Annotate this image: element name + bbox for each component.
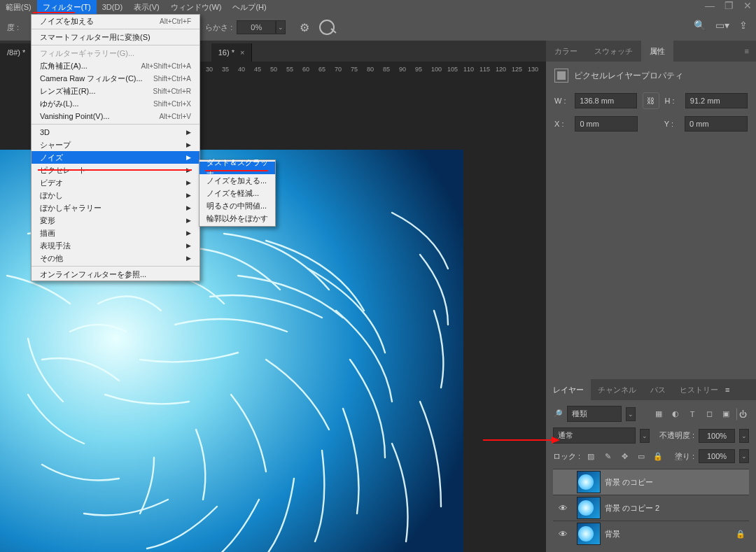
filter-smart-icon[interactable]: ▣: [720, 408, 732, 420]
menu-item-convert-smart[interactable]: スマートフィルター用に変換(S): [31, 31, 200, 43]
menu-item-other[interactable]: その他▶: [31, 252, 200, 264]
menu-item-browse-online[interactable]: オンラインフィルターを参照...: [31, 268, 200, 281]
menu-3d[interactable]: 3D(D): [97, 1, 128, 13]
submenu-item-reduce-noise[interactable]: ノイズを軽減...: [200, 187, 275, 199]
link-wh-icon[interactable]: ⛓: [643, 92, 659, 109]
menu-item-liquify[interactable]: ゆがみ(L)...Shift+Ctrl+X: [31, 97, 200, 110]
tab-color[interactable]: カラー: [546, 41, 586, 62]
layer-thumbnail[interactable]: [577, 523, 601, 545]
opt-label-2: らかさ :: [205, 22, 232, 33]
layer-filter-dropdown[interactable]: 種類: [567, 406, 622, 422]
menu-item-camera-raw[interactable]: Camera Raw フィルター(C)...Shift+Ctrl+A: [31, 72, 200, 85]
menu-item-video[interactable]: ビデオ▶: [31, 176, 200, 189]
lock-trans-icon[interactable]: ▨: [584, 450, 597, 462]
layer-name[interactable]: 背景: [605, 529, 732, 539]
tab-history[interactable]: ヒストリー: [673, 379, 725, 401]
lock-position-icon[interactable]: ✥: [618, 450, 631, 462]
layers-tabs: レイヤー チャンネル パス ヒストリー ≡: [546, 379, 756, 400]
workspace-icons: 🔍 ▭▾ ⇪: [694, 20, 748, 31]
layer-thumbnail[interactable]: [577, 497, 601, 519]
submenu-item-median[interactable]: 明るさの中間値...: [200, 199, 275, 212]
submenu-item-add-noise[interactable]: ノイズを加える...: [200, 174, 275, 187]
properties-tabs: カラー スウォッチ 属性 ≡: [546, 41, 756, 62]
chevron-down-icon[interactable]: ⌄: [739, 429, 749, 443]
close-icon[interactable]: ✕: [743, 0, 752, 11]
filter-type-icon[interactable]: T: [686, 408, 699, 420]
menu-item-distort[interactable]: 変形▶: [31, 214, 200, 227]
close-tab-icon[interactable]: ×: [240, 48, 244, 57]
filter-shape-icon[interactable]: ◻: [703, 408, 715, 420]
chevron-down-icon[interactable]: ⌄: [739, 449, 749, 463]
visibility-toggle[interactable]: 👁: [553, 503, 573, 514]
layer-row[interactable]: 👁 背景 🔒: [553, 521, 749, 546]
search-icon[interactable]: 🔍: [694, 20, 706, 31]
menu-view[interactable]: 表示(V): [128, 0, 165, 15]
menu-item-last-filter[interactable]: ノイズを加えるAlt+Ctrl+F: [31, 15, 200, 27]
tab-paths[interactable]: パス: [643, 379, 673, 401]
opt-value-2[interactable]: 0%: [237, 20, 276, 34]
maximize-icon[interactable]: ❐: [724, 0, 734, 11]
filter-pixel-icon[interactable]: ▦: [652, 408, 665, 420]
annotation-underline: [205, 170, 268, 171]
layer-row[interactable]: 👁 背景 のコピー 2: [553, 495, 749, 521]
blend-mode-dropdown[interactable]: 通常: [553, 427, 636, 444]
annotation-arrow: [483, 435, 560, 441]
filter-adjust-icon[interactable]: ◐: [669, 408, 682, 420]
layer-name[interactable]: 背景 のコピー: [605, 477, 749, 488]
visibility-toggle[interactable]: 👁: [553, 529, 573, 539]
opacity-input[interactable]: 100%: [699, 429, 735, 443]
layer-thumbnail[interactable]: [577, 471, 601, 493]
minimize-icon[interactable]: —: [705, 0, 715, 11]
menu-item-lens-correction[interactable]: レンズ補正(R)...Shift+Ctrl+R: [31, 85, 200, 97]
x-input[interactable]: 0 mm: [575, 116, 638, 132]
submenu-item-despeckle[interactable]: 輪郭以外をぼかす: [200, 212, 275, 225]
lock-all-icon[interactable]: 🔒: [652, 450, 664, 462]
tab-channels[interactable]: チャンネル: [591, 379, 643, 401]
gear-icon[interactable]: ⚙: [300, 21, 309, 34]
lock-icon: 🔒: [732, 530, 749, 539]
menu-item-3d[interactable]: 3D▶: [31, 126, 200, 139]
lock-artboard-icon[interactable]: ▭: [635, 450, 648, 462]
window-controls: — ❐ ✕: [705, 0, 752, 11]
h-label: H :: [665, 97, 680, 105]
layers-body: 🔎 種類 ⌄ ▦ ◐ T ◻ ▣ ⏻ 通常 ⌄ 不透明度 : 100% ⌄ ロッ…: [546, 400, 756, 552]
doc-tab-2[interactable]: 16) *×: [211, 43, 253, 62]
filter-toggle-icon[interactable]: ⏻: [736, 408, 749, 420]
menu-item-vanishing-point[interactable]: Vanishing Point(V)...Alt+Ctrl+V: [31, 110, 200, 122]
y-label: Y :: [664, 120, 679, 128]
chevron-down-icon[interactable]: ⌄: [640, 429, 650, 443]
menu-item-render[interactable]: 描画▶: [31, 227, 200, 239]
y-input[interactable]: 0 mm: [685, 116, 748, 132]
panel-menu-icon[interactable]: ≡: [738, 47, 756, 55]
filter-menu: ノイズを加えるAlt+Ctrl+F スマートフィルター用に変換(S) フィルター…: [31, 14, 200, 281]
layer-name[interactable]: 背景 のコピー 2: [605, 503, 749, 514]
menu-item-blur[interactable]: ぼかし▶: [31, 189, 200, 201]
opacity-label: 不透明度 :: [659, 430, 694, 441]
properties-body: ピクセルレイヤープロパティ W : 136.8 mm ⛓ H : 91.2 mm…: [546, 62, 756, 146]
share-icon[interactable]: ⇪: [739, 20, 748, 31]
menu-item-noise[interactable]: ノイズ▶: [31, 151, 200, 164]
opt-dropdown-icon[interactable]: ⌄: [276, 20, 286, 34]
layer-row[interactable]: 背景 のコピー: [553, 469, 749, 495]
tab-layers[interactable]: レイヤー: [546, 379, 591, 401]
brush-ring-icon[interactable]: [319, 20, 335, 35]
lock-paint-icon[interactable]: ✎: [601, 450, 614, 462]
submenu-item-dust-scratches[interactable]: ダスト＆スクラッチ...: [200, 162, 275, 174]
menu-select[interactable]: 範囲(S): [0, 0, 37, 15]
workspace-switcher-icon[interactable]: ▭▾: [715, 20, 729, 31]
menu-item-wide-angle[interactable]: 広角補正(A)...Alt+Shift+Ctrl+A: [31, 59, 200, 72]
menu-item-sharpen[interactable]: シャープ▶: [31, 139, 200, 151]
panel-menu-icon[interactable]: ≡: [725, 385, 729, 394]
menu-help[interactable]: ヘルプ(H): [227, 0, 272, 15]
fill-input[interactable]: 100%: [699, 449, 735, 463]
fill-label: 塗り :: [675, 451, 694, 462]
menu-item-stylize[interactable]: 表現手法▶: [31, 239, 200, 252]
tab-properties[interactable]: 属性: [641, 41, 673, 62]
h-input[interactable]: 91.2 mm: [685, 93, 748, 108]
x-label: X :: [554, 120, 569, 128]
menu-item-blur-gallery[interactable]: ぼかしギャラリー▶: [31, 201, 200, 214]
menu-window[interactable]: ウィンドウ(W): [165, 0, 227, 15]
w-input[interactable]: 136.8 mm: [575, 93, 637, 108]
tab-swatches[interactable]: スウォッチ: [586, 41, 641, 62]
chevron-down-icon[interactable]: ⌄: [626, 407, 636, 421]
